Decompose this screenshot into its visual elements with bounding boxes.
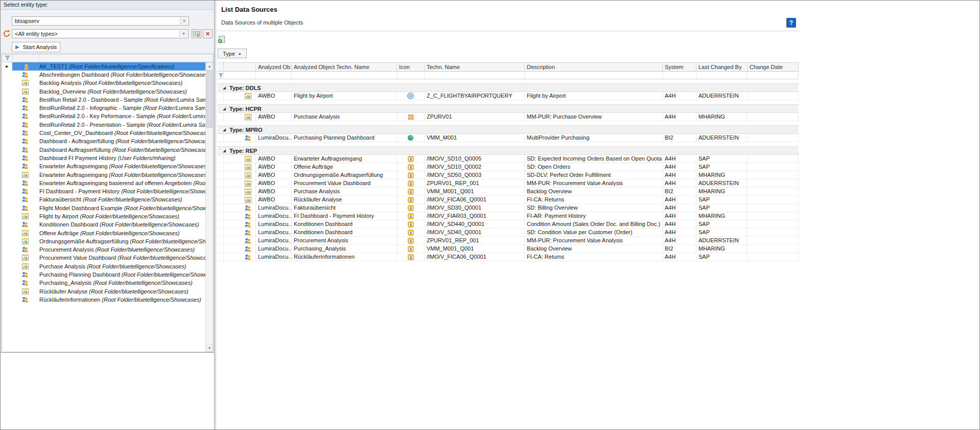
list-item[interactable]: Purchasing Planning Dashboard (Root Fold…	[2, 270, 205, 279]
vertical-scrollbar[interactable]: ▲ ▼	[205, 62, 213, 352]
expand-icon[interactable]	[222, 149, 226, 153]
export-icon[interactable]	[218, 35, 226, 43]
group-row[interactable]: Type: HCPR	[218, 104, 799, 113]
list-item-label: FI Dashboard - Payment History (Root Fol…	[38, 188, 205, 194]
list-item[interactable]: Fakturaübersicht (Root Folder/bluetellig…	[2, 196, 205, 204]
list-item[interactable]: BestRunRetail 2.0 - Infographic - Sample…	[2, 104, 205, 112]
list-item[interactable]: Rückläufer Analyse (Root Folder/bluetell…	[2, 287, 205, 296]
table-row[interactable]: LumiraDocu...Konditionen Dashboard/IMO/V…	[218, 220, 799, 229]
list-item[interactable]: Purchase Analysis (Root Folder/bluetelli…	[2, 262, 205, 270]
table-row[interactable]: AWBOPurchase AnalysisVMM_M001_Q001Backlo…	[218, 188, 799, 196]
column-header[interactable]: Analyzed Object Techn. Name	[292, 63, 397, 71]
group-row[interactable]: Type: DDLS	[218, 83, 799, 92]
list-item[interactable]: ▶AK_TEST1 (Root Folder/bluetelligence/Sp…	[2, 62, 205, 71]
list-item[interactable]: Procurement Analysis (Root Folder/bluete…	[2, 246, 205, 254]
table-row[interactable]: LumiraDocu...Konditionen Dashboard/IMO/V…	[218, 229, 799, 237]
list-item[interactable]: Backlog Analysis (Root Folder/bluetellig…	[2, 79, 205, 87]
group-row[interactable]: Type: REP	[218, 146, 799, 155]
list-item[interactable]: Flight by Airport (Root Folder/bluetelli…	[2, 212, 205, 220]
list-item[interactable]: Ordnungsgemäße Auftragserfüllung (Root F…	[2, 237, 205, 245]
filter-cell[interactable]	[397, 72, 425, 79]
column-header[interactable]: Techn. Name	[425, 63, 525, 71]
expand-icon[interactable]	[222, 128, 226, 132]
system-cell: BI2	[663, 134, 696, 142]
list-item[interactable]: Cost_Center_OV_Dashboard (Root Folder/bl…	[2, 129, 205, 137]
group-row[interactable]: Type: MPRO	[218, 125, 799, 134]
change-date-cell	[748, 163, 799, 171]
table-row[interactable]: AWBOProcurement Value DashboardZPURV01_R…	[218, 179, 799, 188]
column-header[interactable]: Icon	[397, 63, 425, 71]
column-header[interactable]: System	[663, 63, 696, 71]
chevron-down-icon[interactable]: ▼	[179, 30, 188, 37]
filter-cell[interactable]	[425, 72, 525, 79]
table-row[interactable]: AWBOOrdnungsgemäße Auftragserfüllung/IMO…	[218, 171, 799, 179]
expand-icon[interactable]	[222, 107, 226, 111]
table-row[interactable]: AWBOFlight by AirportDZ_C_FLIGHTBYAIRPOR…	[218, 92, 799, 100]
list-item[interactable]: Dashboard Auftragserfüllung (Root Folder…	[2, 146, 205, 154]
column-header[interactable]: Analyzed Ob...	[256, 63, 292, 71]
filter-cell[interactable]	[224, 72, 256, 79]
clear-button[interactable]: ✕	[203, 29, 213, 38]
filter-icon[interactable]	[218, 72, 224, 79]
chevron-down-icon[interactable]: ▼	[180, 17, 188, 25]
list-item[interactable]: Rückläuferinformationen (Root Folder/blu…	[2, 296, 205, 304]
last-changed-by-cell: ADUERRSTEIN	[696, 237, 748, 244]
filter-cell[interactable]	[525, 72, 663, 79]
help-button[interactable]: ?	[786, 18, 796, 28]
table-row[interactable]: LumiraDocu...Rückläuferinformationen/IMO…	[218, 253, 799, 261]
entity-type-dropdown[interactable]: <All entity types> ▼	[12, 29, 189, 38]
chart-icon	[245, 189, 251, 195]
list-item[interactable]: Erwarteter Auftragseingang (Root Folder/…	[2, 171, 205, 179]
filter-settings-button[interactable]	[192, 29, 201, 38]
list-item[interactable]: Dashboard FI Payment History (User Folde…	[2, 154, 205, 162]
table-row[interactable]: LumiraDocu...Procurement AnalysisZPURV01…	[218, 237, 799, 245]
filter-icon[interactable]	[2, 54, 13, 62]
list-item[interactable]: BestRunRetail 2.0 - Key Peformance - Sam…	[2, 112, 205, 121]
type-icon-cell	[224, 253, 256, 261]
list-item[interactable]: Konditionen Dashboard (Root Folder/bluet…	[2, 221, 205, 229]
expand-icon[interactable]	[222, 86, 226, 90]
filter-cell[interactable]	[696, 72, 748, 79]
list-item[interactable]: BestRun Retail 2.0 - Dashboard - Sample …	[2, 96, 205, 104]
rep-icon	[408, 172, 414, 178]
filter-cell[interactable]	[292, 72, 397, 79]
table-row[interactable]: AWBOOffene Aufträge/IMO/V_SD10_Q0002SD: …	[218, 163, 799, 171]
table-row[interactable]: LumiraDocu...Purchasing_AnalysisVMM_M001…	[218, 245, 799, 253]
table-row[interactable]: AWBOPurchase AnalysisZPURV01MM-PUR: Purc…	[218, 113, 799, 121]
group-by-panel: Type ▲	[218, 49, 979, 59]
scrollbar-thumb[interactable]	[206, 71, 213, 128]
chart-icon	[22, 288, 29, 295]
scroll-down-icon[interactable]: ▼	[206, 344, 213, 352]
list-item[interactable]: BestRunRetail 2.0 - Presentation - Sampl…	[2, 121, 205, 129]
rep-icon	[408, 156, 414, 162]
analyzed-object-techn-name-cell: Procurement Analysis	[292, 237, 397, 244]
table-row[interactable]: AWBOErwarteter Auftragseingang/IMO/V_SD1…	[218, 155, 799, 163]
server-dropdown[interactable]: btsapserv ▼	[12, 16, 189, 26]
panel-title: Select entity type:	[1, 1, 214, 10]
list-item[interactable]: Purchasing_Analysis (Root Folder/bluetel…	[2, 279, 205, 287]
table-row[interactable]: LumiraDocu...Purchasing Planning Dashboa…	[218, 134, 799, 142]
column-header[interactable]: Change Date	[748, 63, 799, 71]
list-item[interactable]: Procurement Value Dashboard (Root Folder…	[2, 254, 205, 262]
column-header[interactable]: Description	[525, 63, 663, 71]
filter-cell[interactable]	[748, 72, 799, 79]
group-by-type-chip[interactable]: Type ▲	[218, 49, 247, 58]
table-row[interactable]: AWBORückläufer Analyse/IMO/V_FICA06_Q000…	[218, 196, 799, 204]
table-row[interactable]: LumiraDocu...FI Dashboard - Payment Hist…	[218, 212, 799, 220]
list-item[interactable]: Backlog_Overview (Root Folder/bluetellig…	[2, 87, 205, 96]
scroll-up-icon[interactable]: ▲	[206, 62, 213, 70]
list-item[interactable]: Abschreibungen Dashboard (Root Folder/bl…	[2, 71, 205, 79]
description-cell: FI-CA: Returns	[525, 253, 663, 261]
list-item[interactable]: Erwarteter Auftragseingang (Root Folder/…	[2, 163, 205, 171]
column-header[interactable]: Last Changed By	[696, 63, 748, 71]
list-item[interactable]: FI Dashboard - Payment History (Root Fol…	[2, 187, 205, 195]
filter-cell[interactable]	[663, 72, 696, 79]
list-item[interactable]: Dashboard - Auftragserfüllung (Root Fold…	[2, 138, 205, 146]
refresh-icon[interactable]	[3, 30, 11, 38]
table-row[interactable]: LumiraDocu...Fakturaübersicht/IMO/V_SD30…	[218, 204, 799, 212]
start-analysis-button[interactable]: ▶ Start Analysis	[12, 42, 60, 52]
filter-cell[interactable]	[256, 72, 292, 79]
list-item[interactable]: Offene Aufträge (Root Folder/bluetellige…	[2, 229, 205, 237]
list-item[interactable]: Flight Model Dashboard Example (Root Fol…	[2, 204, 205, 212]
list-item[interactable]: Erwarteter Auftragseingang basierend auf…	[2, 179, 205, 187]
